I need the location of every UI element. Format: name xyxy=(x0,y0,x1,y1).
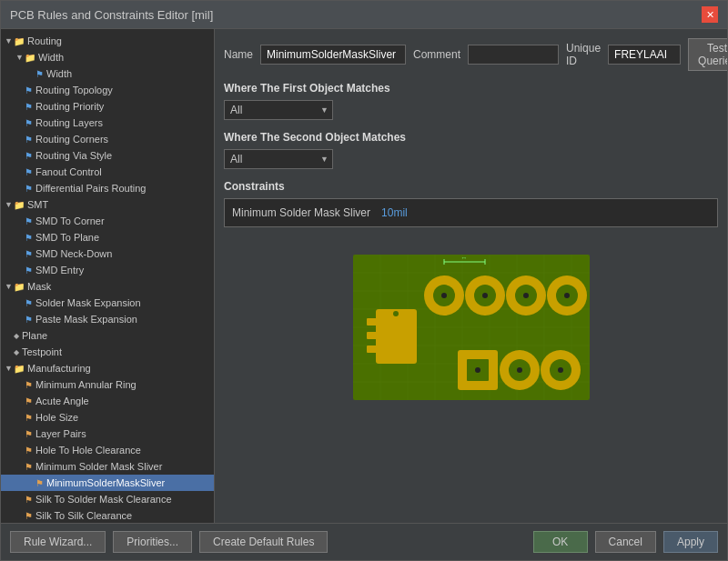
svg-rect-34 xyxy=(406,346,417,353)
constraint-label: Minimum Solder Mask Sliver xyxy=(232,206,370,219)
tree-item-width-rule[interactable]: ⚑Width xyxy=(1,65,214,82)
tree-label-hole-size: Hole Size xyxy=(35,412,78,423)
tree-item-routing-topology[interactable]: ⚑Routing Topology xyxy=(1,82,214,98)
tree-label-plane: Plane xyxy=(22,330,47,341)
tree-item-diff-pairs[interactable]: ⚑Differential Pairs Routing xyxy=(1,180,214,196)
tree-item-smd-entry[interactable]: ⚑SMD Entry xyxy=(1,262,214,278)
tree-label-manufacturing: Manufacturing xyxy=(27,363,91,374)
svg-rect-33 xyxy=(406,332,417,339)
create-default-rules-button[interactable]: Create Default Rules xyxy=(199,531,328,553)
tree-item-plane[interactable]: ◆Plane xyxy=(1,327,214,344)
tree-item-min-annular[interactable]: ⚑Minimum Annular Ring xyxy=(1,376,214,393)
where-second-select-wrap[interactable]: All Net Net Class Layer Pad Component xyxy=(224,149,333,169)
tree-label-routing-layers: Routing Layers xyxy=(35,117,103,128)
tree-expander-routing: ▼ xyxy=(5,36,14,45)
where-first-select-wrap[interactable]: All Net Net Class Layer Pad Component xyxy=(224,100,333,120)
tree-item-width[interactable]: ▼📁Width xyxy=(1,49,214,65)
comment-label: Comment xyxy=(413,48,460,61)
tree-label-routing-topology: Routing Topology xyxy=(35,85,113,95)
tree-item-routing[interactable]: ▼📁Routing xyxy=(1,33,214,49)
tree-icon-acute-angle: ⚑ xyxy=(25,396,33,406)
constraints-title: Constraints xyxy=(224,180,718,193)
tree-icon-paste-mask-exp: ⚑ xyxy=(25,315,33,325)
svg-point-18 xyxy=(441,293,447,298)
cancel-button[interactable]: Cancel xyxy=(595,531,656,553)
tree-item-min-solder-mask[interactable]: ⚑Minimum Solder Mask Sliver xyxy=(1,458,214,475)
tree-expander-width: ▼ xyxy=(15,53,25,62)
tree-item-routing-corners[interactable]: ⚑Routing Corners xyxy=(1,131,214,147)
test-queries-button[interactable]: Test Queries xyxy=(688,38,727,71)
bottom-right-buttons: OK Cancel Apply xyxy=(533,531,718,553)
ok-button[interactable]: OK xyxy=(533,531,588,553)
constraint-row: Minimum Solder Mask Sliver 10mil xyxy=(232,206,710,219)
tree-item-testpoint[interactable]: ◆Testpoint xyxy=(1,344,214,360)
tree-label-min-solder-mask-sliver: MinimumSolderMaskSliver xyxy=(46,477,165,488)
tree-icon-routing-layers: ⚑ xyxy=(25,118,33,128)
comment-input[interactable] xyxy=(468,45,559,65)
tree-label-hole-clearance: Hole To Hole Clearance xyxy=(35,445,141,456)
tree-item-mask[interactable]: ▼📁Mask xyxy=(1,278,214,295)
tree-item-min-solder-mask-sliver[interactable]: ⚑MinimumSolderMaskSliver xyxy=(1,475,214,491)
bottom-left-buttons: Rule Wizard... Priorities... Create Defa… xyxy=(10,531,328,553)
tree-item-routing-priority[interactable]: ⚑Routing Priority xyxy=(1,98,214,115)
tree-icon-routing: 📁 xyxy=(14,36,25,46)
priorities-button[interactable]: Priorities... xyxy=(113,531,192,553)
tree-item-silk-solder[interactable]: ⚑Silk To Solder Mask Clearance xyxy=(1,491,214,507)
svg-point-24 xyxy=(523,293,529,298)
tree-item-smd-corner[interactable]: ⚑SMD To Corner xyxy=(1,213,214,229)
tree-label-width-rule: Width xyxy=(46,68,72,79)
tree-label-min-annular: Minimum Annular Ring xyxy=(35,379,136,390)
unique-id-input[interactable] xyxy=(608,45,681,65)
pcb-preview-svg: ↔ xyxy=(353,255,590,400)
svg-rect-32 xyxy=(406,318,417,326)
tree-item-smd-plane[interactable]: ⚑SMD To Plane xyxy=(1,229,214,245)
name-row: Name Comment Unique ID Test Queries xyxy=(224,38,718,71)
rule-wizard-button[interactable]: Rule Wizard... xyxy=(10,531,106,553)
tree-label-min-solder-mask: Minimum Solder Mask Sliver xyxy=(35,461,162,472)
tree-label-layer-pairs: Layer Pairs xyxy=(35,428,86,439)
tree-label-smd-entry: SMD Entry xyxy=(35,265,84,275)
tree-item-routing-layers[interactable]: ⚑Routing Layers xyxy=(1,115,214,131)
tree-label-diff-pairs: Differential Pairs Routing xyxy=(35,183,146,194)
where-first-dropdown[interactable]: All Net Net Class Layer Pad Component xyxy=(224,100,333,120)
main-window: PCB Rules and Constraints Editor [mil] ✕… xyxy=(0,0,728,561)
apply-button[interactable]: Apply xyxy=(663,531,718,553)
tree-icon-smt: 📁 xyxy=(14,200,25,210)
tree-icon-routing-corners: ⚑ xyxy=(25,135,33,145)
svg-rect-31 xyxy=(367,346,378,353)
tree-item-routing-via[interactable]: ⚑Routing Via Style xyxy=(1,147,214,164)
where-second-dropdown[interactable]: All Net Net Class Layer Pad Component xyxy=(224,149,333,169)
left-panel: ▼📁Routing▼📁Width⚑Width⚑Routing Topology⚑… xyxy=(1,29,215,523)
svg-point-41 xyxy=(517,367,522,373)
tree-item-layer-pairs[interactable]: ⚑Layer Pairs xyxy=(1,426,214,442)
tree-icon-hole-size: ⚑ xyxy=(25,413,33,423)
where-second-title: Where The Second Object Matches xyxy=(224,131,718,144)
tree-expander-smt: ▼ xyxy=(5,200,14,209)
svg-point-35 xyxy=(393,311,399,316)
tree-label-solder-mask-exp: Solder Mask Expansion xyxy=(35,297,141,308)
close-button[interactable]: ✕ xyxy=(702,6,718,23)
tree-item-smt[interactable]: ▼📁SMT xyxy=(1,196,214,213)
tree-label-routing-priority: Routing Priority xyxy=(35,101,104,112)
tree-item-fanout[interactable]: ⚑Fanout Control xyxy=(1,164,214,180)
tree-item-solder-mask-exp[interactable]: ⚑Solder Mask Expansion xyxy=(1,295,214,311)
name-input[interactable] xyxy=(260,45,406,65)
tree-label-silk-silk: Silk To Silk Clearance xyxy=(35,510,132,521)
tree-item-smd-neckdown[interactable]: ⚑SMD Neck-Down xyxy=(1,245,214,262)
svg-text:↔: ↔ xyxy=(460,255,467,261)
svg-point-44 xyxy=(558,367,563,373)
tree-item-silk-silk[interactable]: ⚑Silk To Silk Clearance xyxy=(1,507,214,523)
tree-item-hole-clearance[interactable]: ⚑Hole To Hole Clearance xyxy=(1,442,214,458)
tree-item-manufacturing[interactable]: ▼📁Manufacturing xyxy=(1,360,214,376)
tree-icon-routing-priority: ⚑ xyxy=(25,102,33,112)
tree-item-acute-angle[interactable]: ⚑Acute Angle xyxy=(1,393,214,409)
tree-icon-smd-neckdown: ⚑ xyxy=(25,249,33,259)
tree-icon-layer-pairs: ⚑ xyxy=(25,429,33,439)
tree-label-fanout: Fanout Control xyxy=(35,166,102,177)
bottom-bar: Rule Wizard... Priorities... Create Defa… xyxy=(1,523,727,560)
tree-label-width: Width xyxy=(38,52,64,63)
tree-item-paste-mask-exp[interactable]: ⚑Paste Mask Expansion xyxy=(1,311,214,327)
tree-item-hole-size[interactable]: ⚑Hole Size xyxy=(1,409,214,426)
tree-expander-manufacturing: ▼ xyxy=(5,364,14,373)
tree-icon-mask: 📁 xyxy=(14,282,25,292)
